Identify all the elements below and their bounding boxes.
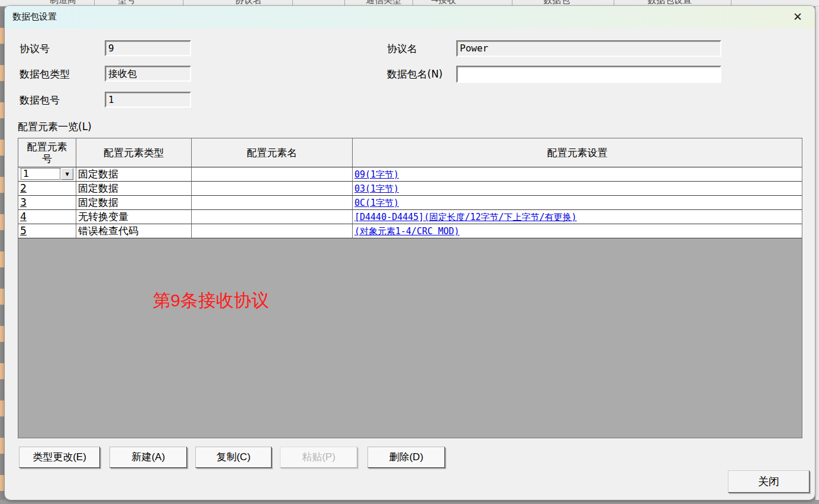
header-element-name: 配置元素名	[192, 138, 353, 167]
protocol-no-label: 协议号	[20, 42, 50, 56]
element-no-cell[interactable]: 2	[18, 182, 76, 196]
element-setting-cell[interactable]: 0C(1字节)	[353, 196, 802, 210]
delete-button[interactable]: 删除(D)	[367, 447, 445, 468]
element-type-cell[interactable]: 无转换变量	[76, 210, 192, 224]
bg-column-fragment: 数据包设置	[647, 0, 692, 6]
element-type-cell[interactable]: 错误检查代码	[76, 224, 192, 238]
bg-column-fragment: 型号	[118, 0, 136, 6]
setting-link[interactable]: 09(1字节)	[354, 169, 399, 180]
setting-link[interactable]: [D4440-D4445](固定长度/12字节/下上字节/有更换)	[354, 212, 577, 222]
setting-link[interactable]: 03(1字节)	[354, 183, 399, 194]
titlebar[interactable]: 数据包设置 ✕	[5, 6, 815, 28]
protocol-name-label: 协议名	[387, 42, 417, 56]
header-element-setting: 配置元素设置	[353, 138, 802, 167]
background-left-strip	[0, 7, 5, 504]
element-list-label: 配置元素一览(L)	[18, 120, 92, 134]
paste-button[interactable]: 粘贴(P)	[280, 447, 357, 468]
setting-link[interactable]: (对象元素1-4/CRC MOD)	[354, 226, 459, 237]
element-name-cell[interactable]	[192, 210, 353, 224]
new-button[interactable]: 新建(A)	[109, 447, 187, 468]
close-icon[interactable]: ✕	[791, 9, 805, 24]
element-no-cell[interactable]: 5	[18, 224, 76, 238]
close-button[interactable]: 关闭	[728, 470, 810, 493]
element-name-cell[interactable]	[192, 224, 353, 238]
element-name-cell[interactable]	[192, 182, 353, 196]
element-no-cell[interactable]: 3	[18, 196, 76, 210]
element-no-cell[interactable]: 4	[18, 210, 76, 224]
copy-button[interactable]: 复制(C)	[195, 447, 272, 468]
background-right-strip	[815, 7, 819, 500]
bg-column-fragment: 通信类型	[366, 0, 401, 6]
table-header-row: 配置元素 号 配置元素类型 配置元素名 配置元素设置	[18, 138, 802, 167]
element-name-cell[interactable]	[192, 196, 353, 210]
bg-column-fragment: 协议名	[235, 0, 262, 6]
packet-no-label: 数据包号	[20, 93, 60, 107]
bg-column-fragment: 数据包	[543, 0, 570, 6]
protocol-name-field[interactable]: Power	[456, 40, 721, 57]
combobox-value[interactable]: 1	[21, 168, 60, 180]
chevron-down-icon[interactable]: ▼	[61, 168, 73, 180]
element-setting-cell[interactable]: 09(1字节)	[353, 167, 802, 182]
table-row: 2 固定数据 03(1字节)	[18, 182, 802, 196]
element-type-cell[interactable]: 固定数据	[76, 182, 192, 196]
element-setting-cell[interactable]: (对象元素1-4/CRC MOD)	[353, 224, 802, 238]
change-type-button[interactable]: 类型更改(E)	[19, 447, 100, 468]
element-type-cell[interactable]: 固定数据	[76, 196, 192, 210]
element-table: 配置元素 号 配置元素类型 配置元素名 配置元素设置 1 ▼ 固定数据 09(1…	[18, 138, 802, 438]
bg-column-fragment: 制造商	[50, 0, 76, 6]
element-no-cell[interactable]: 1 ▼	[18, 167, 76, 182]
protocol-no-field[interactable]: 9	[105, 40, 191, 56]
element-name-cell[interactable]	[192, 167, 353, 182]
packet-no-field[interactable]: 1	[105, 92, 191, 108]
packet-settings-dialog: 数据包设置 ✕ 协议号 数据包类型 数据包号 协议名 数据包名(N) 9 接收包…	[5, 6, 815, 500]
packet-type-field[interactable]: 接收包	[105, 66, 191, 82]
dialog-title: 数据包设置	[12, 11, 57, 22]
packet-name-label: 数据包名(N)	[387, 67, 443, 81]
packet-type-label: 数据包类型	[20, 67, 70, 81]
element-no-combobox[interactable]: 1 ▼	[20, 167, 74, 180]
background-bottom-strip	[0, 500, 819, 504]
element-type-cell[interactable]: 固定数据	[76, 167, 192, 182]
table-row: 3 固定数据 0C(1字节)	[18, 196, 802, 210]
element-setting-cell[interactable]: [D4440-D4445](固定长度/12字节/下上字节/有更换)	[353, 210, 802, 224]
table-row: 5 错误检查代码 (对象元素1-4/CRC MOD)	[18, 224, 802, 238]
bg-column-fragment: →接收	[431, 0, 456, 6]
header-element-no: 配置元素 号	[18, 138, 76, 167]
setting-link[interactable]: 0C(1字节)	[354, 198, 399, 208]
table-row: 1 ▼ 固定数据 09(1字节)	[18, 167, 802, 182]
table-row: 4 无转换变量 [D4440-D4445](固定长度/12字节/下上字节/有更换…	[18, 210, 802, 224]
element-setting-cell[interactable]: 03(1字节)	[353, 182, 802, 196]
packet-name-input[interactable]	[456, 66, 721, 83]
header-element-type: 配置元素类型	[76, 138, 192, 167]
red-annotation: 第9条接收协议	[153, 289, 269, 313]
